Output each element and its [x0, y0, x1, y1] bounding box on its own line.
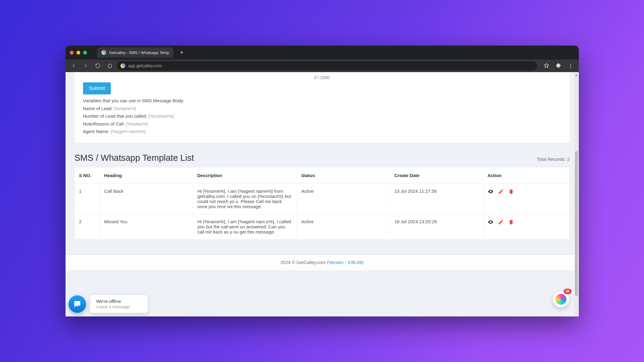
address-bar: app.getcalley.com — [66, 59, 579, 72]
variables-intro: Variables that you can use in SMS Messag… — [83, 97, 561, 105]
help-swirl-icon — [556, 294, 566, 305]
cell-description: Hi {%name%}, I am {%agent name%} from ge… — [193, 183, 297, 214]
total-records: Total Records: 2 — [537, 157, 569, 162]
new-tab-button[interactable]: + — [178, 48, 186, 57]
view-icon[interactable] — [488, 189, 494, 195]
variable-row: Note/Reason of Call: {%notes%} — [83, 120, 561, 128]
variables-help: Variables that you can use in SMS Messag… — [83, 97, 561, 135]
browser-menu-button[interactable] — [566, 61, 576, 71]
variable-label: Note/Reason of Call: — [83, 121, 126, 126]
window-maximize-button[interactable] — [83, 51, 87, 55]
cell-create-date: 23 Jul 2024 11:27:56 — [390, 183, 483, 214]
variable-row: Name of Lead: {%name%} — [83, 105, 561, 113]
chat-status-subtitle: Leave a message — [96, 304, 142, 309]
browser-tab[interactable]: Getcalley - SMS / Whatsapp Temp — [97, 47, 173, 58]
url-input[interactable]: app.getcalley.com — [117, 61, 537, 70]
page-footer: 2024 © GetCalley.com (Version - V35.08) — [66, 255, 579, 270]
col-status: Status — [297, 167, 390, 184]
nav-forward-button[interactable] — [81, 61, 91, 71]
bookmark-star-button[interactable] — [541, 61, 552, 71]
list-title: SMS / Whatsapp Template List — [75, 153, 194, 163]
tab-bar: Getcalley - SMS / Whatsapp Temp + — [66, 46, 579, 59]
cell-status: Active — [297, 183, 390, 214]
cell-action — [483, 183, 569, 214]
url-text: app.getcalley.com — [128, 63, 162, 68]
vertical-scrollbar[interactable]: ▲ — [575, 73, 578, 316]
tab-title: Getcalley - SMS / Whatsapp Temp — [109, 50, 169, 55]
char-counter: 0 / 2000 — [83, 75, 561, 82]
nav-back-button[interactable] — [69, 61, 79, 71]
variable-row: Number of Lead that you called: {%contac… — [83, 112, 561, 120]
nav-reload-button[interactable] — [93, 61, 103, 71]
variable-placeholder: {%notes%} — [126, 121, 148, 126]
cell-description: Hi {%name%}, I am {%agent nam e%}, I cal… — [193, 214, 297, 239]
col-heading: Heading — [100, 167, 193, 184]
variable-placeholder: {%contact%} — [148, 113, 174, 119]
variable-label: Name of Lead: — [83, 106, 114, 111]
table-header-row: S NO. Heading Description Status Create … — [75, 167, 569, 184]
nav-home-button[interactable] — [105, 61, 115, 71]
variable-placeholder: {%agent name%} — [111, 129, 146, 134]
footer-version-link[interactable]: (Version - V35.08) — [327, 260, 364, 265]
scrollbar-thumb[interactable] — [575, 151, 578, 296]
col-action: Action — [483, 167, 569, 184]
cell-sno: 2 — [75, 214, 100, 239]
col-create-date: Create Date — [390, 167, 483, 184]
variable-row: Agent Name: {%agent name%} — [83, 128, 561, 135]
view-icon[interactable] — [488, 219, 494, 225]
cell-action — [483, 214, 569, 239]
cell-status: Active — [297, 214, 390, 239]
svg-point-0 — [570, 64, 571, 65]
delete-icon[interactable] — [508, 189, 514, 195]
table-row: 1 Call Back Hi {%name%}, I am {%agent na… — [75, 183, 569, 214]
template-form-card: 0 / 2000 Submit Variables that you can u… — [75, 72, 570, 143]
cell-heading: Call Back — [100, 183, 193, 214]
footer-copyright: 2024 © GetCalley.com — [280, 260, 327, 265]
cell-create-date: 18 Jul 2024 13:20:29 — [390, 214, 483, 239]
svg-point-3 — [490, 191, 491, 192]
svg-point-2 — [570, 67, 571, 68]
chat-bubble-icon[interactable] — [69, 295, 86, 313]
traffic-lights — [70, 51, 87, 55]
url-favicon-icon — [120, 63, 125, 68]
variable-placeholder: {%name%} — [114, 106, 136, 111]
edit-icon[interactable] — [498, 189, 504, 195]
window-minimize-button[interactable] — [76, 51, 80, 55]
col-description: Description — [193, 167, 297, 184]
scroll-up-arrow-icon[interactable]: ▲ — [575, 73, 578, 77]
chat-status-title: We're offline — [96, 299, 142, 304]
chat-widget[interactable]: We're offline Leave a message — [69, 295, 148, 313]
delete-icon[interactable] — [508, 219, 514, 225]
template-table: S NO. Heading Description Status Create … — [75, 167, 569, 239]
list-header: SMS / Whatsapp Template List Total Recor… — [75, 153, 570, 163]
variable-label: Agent Name: — [83, 129, 111, 134]
variable-label: Number of Lead that you called: — [83, 113, 149, 119]
tab-favicon-icon — [101, 50, 106, 55]
help-badge: 55 — [564, 289, 571, 294]
extensions-button[interactable] — [553, 61, 564, 71]
help-widget[interactable]: 55 — [553, 291, 569, 307]
template-table-card: S NO. Heading Description Status Create … — [75, 167, 570, 240]
cell-sno: 1 — [75, 183, 100, 214]
svg-point-1 — [570, 65, 571, 66]
submit-button[interactable]: Submit — [83, 82, 111, 94]
table-row: 2 Missed You Hi {%name%}, I am {%agent n… — [75, 214, 569, 239]
browser-window: Getcalley - SMS / Whatsapp Temp + app.ge… — [66, 46, 579, 316]
page-viewport: ▲ 0 / 2000 Submit Variables that you can… — [66, 72, 579, 316]
edit-icon[interactable] — [498, 219, 504, 225]
col-sno: S NO. — [75, 167, 100, 184]
svg-point-4 — [490, 221, 491, 222]
cell-heading: Missed You — [100, 214, 193, 239]
chat-status-card[interactable]: We're offline Leave a message — [90, 295, 148, 313]
window-close-button[interactable] — [70, 51, 74, 55]
